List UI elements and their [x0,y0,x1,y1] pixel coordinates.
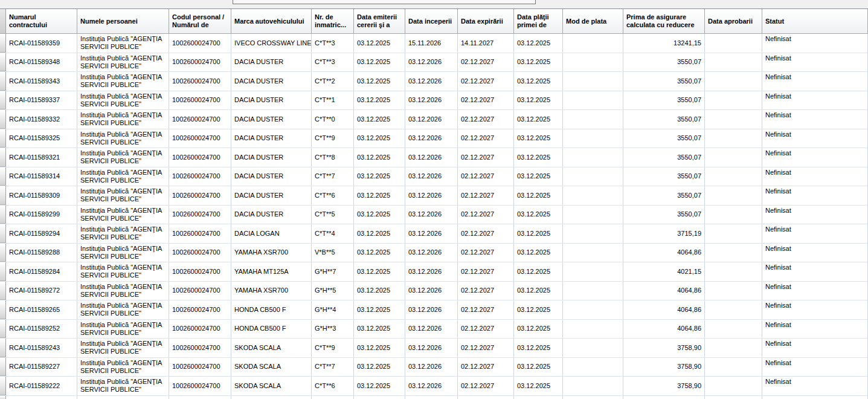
cell-date_expiry[interactable]: 02.12.2027 [458,224,514,243]
table-row[interactable]: RCAI-011589314Instituţia Publică "AGENŢI… [0,167,868,187]
cell-person[interactable]: Instituţia Publică "AGENŢIA SERVICII PUB… [77,110,169,129]
cell-plate[interactable]: G*H**7 [312,262,354,281]
cell-status[interactable]: Nefinisat [762,224,868,243]
cell-status[interactable]: Nefinisat [762,244,868,262]
cell-date_expiry[interactable]: 02.12.2027 [458,300,514,319]
cell-plate[interactable]: C*T**9 [312,129,354,148]
row-indicator[interactable] [0,300,6,319]
cell-contract[interactable]: RCAI-011589288 [6,244,77,262]
cell-vehicle[interactable]: SKODA SCALA [231,358,312,377]
cell-vehicle[interactable]: YAMAHA XSR700 [231,244,312,262]
cell-date_approval[interactable] [705,282,762,300]
row-indicator[interactable] [0,148,6,167]
cell-date_request[interactable]: 03.12.2025 [354,129,405,148]
cell-contract[interactable]: RCAI-011589272 [6,282,77,300]
cell-premium[interactable]: 3758,90 [623,358,705,377]
cell-contract[interactable]: RCAI-011589337 [6,91,77,110]
cell-payment_mode[interactable] [563,358,623,377]
cell-status[interactable]: Nefinisat [762,34,868,53]
cell-plate[interactable]: G*H**3 [312,320,354,339]
cell-premium[interactable]: 3550,07 [623,110,705,129]
cell-date_request[interactable]: 03.12.2025 [354,262,405,281]
row-indicator[interactable] [0,339,6,357]
cell-person[interactable]: Instituţia Publică "AGENŢIA SERVICII PUB… [77,339,169,357]
cell-person[interactable]: Instituţia Publică "AGENŢIA SERVICII PUB… [77,377,169,395]
cell-date_expiry[interactable]: 02.12.2027 [458,320,514,339]
cell-date_request[interactable]: 03.12.2025 [354,339,405,357]
cell-status[interactable]: Nefinisat [762,186,868,205]
cell-plate[interactable]: C*T**0 [312,110,354,129]
cell-date_approval[interactable] [705,358,762,377]
cell-vehicle[interactable]: DACIA DUSTER [231,148,312,167]
cell-payment_mode[interactable] [563,206,623,224]
cell-contract[interactable]: RCAI-011589299 [6,206,77,224]
cell-payment_mode[interactable] [563,72,623,91]
cell-date_payment[interactable]: 03.12.2025 [514,110,563,129]
table-row[interactable]: RCAI-011589288Instituţia Publică "AGENŢI… [0,244,868,263]
cell-date_request[interactable]: 03.12.2025 [354,358,405,377]
cell-date_request[interactable]: 03.12.2025 [354,34,405,53]
cell-vehicle[interactable]: DACIA DUSTER [231,91,312,110]
cell-date_request[interactable]: 03.12.2025 [354,320,405,339]
cell-status[interactable]: Nefinisat [762,206,868,224]
cell-premium[interactable]: 3550,07 [623,91,705,110]
cell-vehicle[interactable]: DACIA DUSTER [231,167,312,186]
cell-premium[interactable]: 3550,07 [623,206,705,224]
cell-date_start[interactable]: 03.12.2026 [405,339,458,357]
cell-payment_mode[interactable] [563,91,623,110]
cell-date_approval[interactable] [705,148,762,167]
cell-date_approval[interactable] [705,167,762,186]
cell-date_request[interactable]: 03.12.2025 [354,72,405,91]
cell-date_start[interactable]: 03.12.2026 [405,224,458,243]
cell-plate[interactable]: V*B**5 [312,244,354,262]
table-row[interactable]: RCAI-011589332Instituţia Publică "AGENŢI… [0,110,868,129]
cell-code[interactable]: 1002600024700 [169,358,231,377]
cell-date_approval[interactable] [705,262,762,281]
cell-vehicle[interactable]: DACIA DUSTER [231,72,312,91]
cell-date_start[interactable]: 03.12.2026 [405,129,458,148]
cell-date_request[interactable]: 03.12.2025 [354,224,405,243]
cell-contract[interactable]: RCAI-011589348 [6,53,77,72]
cell-date_expiry[interactable]: 02.12.2027 [458,167,514,186]
cell-plate[interactable]: C*T**7 [312,167,354,186]
cell-payment_mode[interactable] [563,148,623,167]
table-row[interactable]: RCAI-011589325Instituţia Publică "AGENŢI… [0,129,868,149]
cell-contract[interactable]: RCAI-011589314 [6,167,77,186]
cell-vehicle[interactable]: YAMAHA XSR700 [231,282,312,300]
cell-vehicle[interactable]: DACIA DUSTER [231,186,312,205]
cell-code[interactable]: 1002600024700 [169,244,231,262]
cell-date_payment[interactable]: 03.12.2025 [514,244,563,262]
cell-plate[interactable]: C*T**6 [312,377,354,395]
column-header-date_payment[interactable]: Data plăţii primei de [514,9,563,33]
cell-date_start[interactable]: 03.12.2026 [405,53,458,72]
cell-contract[interactable]: RCAI-011589294 [6,224,77,243]
cell-person[interactable]: Instituţia Publică "AGENŢIA SERVICII PUB… [77,167,169,186]
cell-date_start[interactable]: 03.12.2026 [405,167,458,186]
cell-payment_mode[interactable] [563,34,623,53]
cell-date_payment[interactable]: 03.12.2025 [514,167,563,186]
cell-code[interactable]: 1002600024700 [169,34,231,53]
cell-person[interactable]: Instituţia Publică "AGENŢIA SERVICII PUB… [77,148,169,167]
cell-premium[interactable]: 3758,90 [623,377,705,395]
cell-status[interactable]: Nefinisat [762,339,868,357]
cell-date_payment[interactable]: 03.12.2025 [514,224,563,243]
row-indicator[interactable] [0,167,6,186]
cell-date_approval[interactable] [705,300,762,319]
table-row[interactable]: RCAI-011589321Instituţia Publică "AGENŢI… [0,148,868,167]
cell-date_expiry[interactable]: 02.12.2027 [458,72,514,91]
cell-status[interactable]: Nefinisat [762,262,868,281]
cell-vehicle[interactable]: YAMAHA MT125A [231,262,312,281]
cell-code[interactable]: 1002600024700 [169,300,231,319]
cell-code[interactable]: 1002600024700 [169,320,231,339]
table-row[interactable]: RCAI-011589343Instituţia Publică "AGENŢI… [0,72,868,91]
cell-code[interactable]: 1002600024700 [169,167,231,186]
cell-vehicle[interactable]: DACIA DUSTER [231,53,312,72]
cell-status[interactable]: Nefinisat [762,300,868,319]
table-row[interactable]: RCAI-011589309Instituţia Publică "AGENŢI… [0,186,868,206]
cell-date_start[interactable]: 03.12.2026 [405,320,458,339]
cell-date_approval[interactable] [705,91,762,110]
table-row[interactable]: RCAI-011589222Instituţia Publică "AGENŢI… [0,377,868,396]
cell-date_approval[interactable] [705,224,762,243]
cell-date_expiry[interactable]: 02.12.2027 [458,282,514,300]
cell-payment_mode[interactable] [563,110,623,129]
